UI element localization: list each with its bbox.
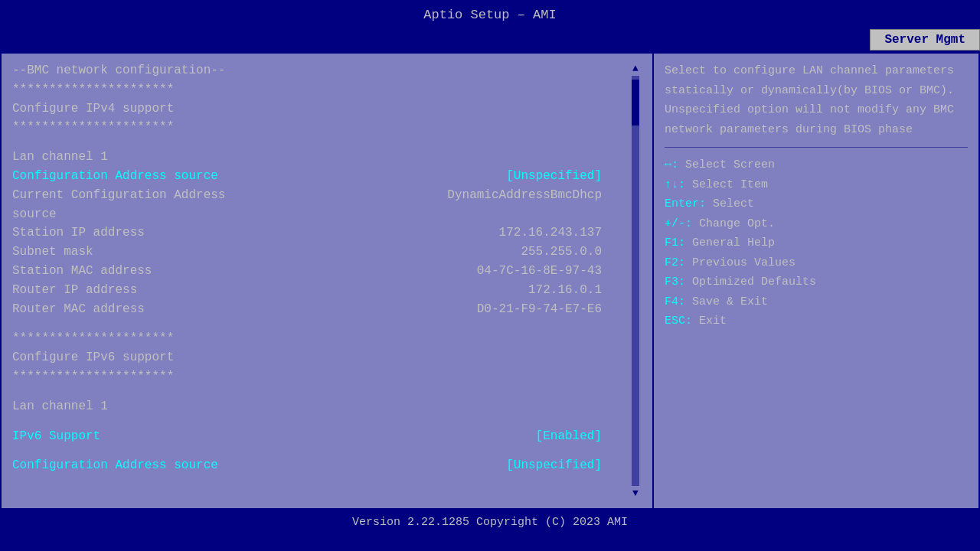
- key-select-item: ↑↓: Select Item: [665, 175, 968, 195]
- left-content-area: --BMC network configuration-- **********…: [12, 61, 629, 500]
- ipv6-support-value: [Enabled]: [536, 427, 602, 446]
- stars4: **********************: [12, 367, 617, 386]
- router-mac-value: D0-21-F9-74-E7-E6: [477, 300, 602, 319]
- server-mgmt-tab[interactable]: Server Mgmt: [870, 29, 980, 51]
- stars2: **********************: [12, 118, 617, 137]
- configure-ipv4: Configure IPv4 support: [12, 99, 617, 119]
- lan-channel-1: Lan channel 1: [12, 148, 617, 167]
- config-addr-source-value: [Unspecified]: [506, 167, 602, 186]
- lan-channel-1b: Lan channel 1: [12, 397, 617, 416]
- key-f2-label: F2:: [665, 256, 685, 269]
- config-addr-source2-value: [Unspecified]: [506, 456, 602, 475]
- configure-ipv6: Configure IPv6 support: [12, 348, 617, 367]
- key-esc-action: Exit: [699, 315, 727, 328]
- key-f4: F4: Save & Exit: [665, 292, 968, 312]
- key-f1: F1: General Help: [665, 233, 968, 253]
- station-ip-value: 172.16.243.137: [499, 223, 602, 243]
- key-f1-action: General Help: [692, 236, 775, 249]
- scroll-track[interactable]: [632, 76, 639, 486]
- title-text: Aptio Setup – AMI: [423, 8, 556, 22]
- title-bar: Aptio Setup – AMI: [0, 0, 980, 29]
- scrollbar[interactable]: ▲ ▼: [629, 61, 642, 500]
- key-lr-action: Select Screen: [685, 158, 775, 171]
- config-addr-source2-label: Configuration Address source: [12, 456, 218, 475]
- scroll-down-arrow[interactable]: ▼: [632, 487, 639, 499]
- left-panel: --BMC network configuration-- **********…: [2, 54, 652, 508]
- key-esc: ESC: Exit: [665, 311, 968, 331]
- key-plusminus-action: Change Opt.: [699, 217, 775, 230]
- router-ip-label: Router IP address: [12, 281, 137, 300]
- key-f4-label: F4:: [665, 295, 685, 308]
- right-description: Select to configure LAN channel paramete…: [665, 61, 968, 139]
- key-ud-action: Select Item: [692, 178, 768, 191]
- key-enter-label: Enter:: [665, 197, 706, 210]
- bmc-header: --BMC network configuration--: [12, 61, 617, 80]
- stars1: **********************: [12, 80, 617, 99]
- current-config-row: Current Configuration Address DynamicAdd…: [12, 186, 617, 205]
- current-config-label2: source: [12, 205, 57, 224]
- key-esc-label: ESC:: [665, 315, 692, 328]
- router-ip-value: 172.16.0.1: [528, 281, 602, 300]
- key-enter-action: Select: [713, 197, 754, 210]
- router-ip-row: Router IP address 172.16.0.1: [12, 281, 617, 300]
- tab-bar: Server Mgmt: [0, 29, 980, 52]
- key-lr-label: ↔:: [665, 158, 678, 171]
- key-enter: Enter: Select: [665, 194, 968, 214]
- key-bindings: ↔: Select Screen ↑↓: Select Item Enter: …: [665, 155, 968, 331]
- key-plusminus-label: +/-:: [665, 217, 692, 230]
- subnet-mask-row: Subnet mask 255.255.0.0: [12, 243, 617, 262]
- subnet-mask-label: Subnet mask: [12, 243, 93, 262]
- right-divider: [665, 147, 968, 148]
- main-container: --BMC network configuration-- **********…: [0, 52, 980, 510]
- station-mac-value: 04-7C-16-8E-97-43: [477, 262, 602, 281]
- station-mac-row: Station MAC address 04-7C-16-8E-97-43: [12, 262, 617, 281]
- key-f1-label: F1:: [665, 236, 685, 249]
- key-select-screen: ↔: Select Screen: [665, 155, 968, 175]
- right-panel: Select to configure LAN channel paramete…: [652, 54, 978, 508]
- config-addr-source-row[interactable]: Configuration Address source [Unspecifie…: [12, 167, 617, 186]
- key-f2-action: Previous Values: [692, 256, 795, 269]
- router-mac-row: Router MAC address D0-21-F9-74-E7-E6: [12, 300, 617, 319]
- station-mac-label: Station MAC address: [12, 262, 152, 281]
- key-ud-label: ↑↓:: [665, 178, 685, 191]
- footer: Version 2.22.1285 Copyright (C) 2023 AMI: [0, 510, 980, 534]
- key-f3-action: Optimized Defaults: [692, 276, 816, 289]
- stars3: **********************: [12, 329, 617, 348]
- footer-text: Version 2.22.1285 Copyright (C) 2023 AMI: [352, 516, 628, 529]
- key-f2: F2: Previous Values: [665, 253, 968, 273]
- subnet-mask-value: 255.255.0.0: [521, 243, 602, 262]
- scroll-thumb: [632, 80, 639, 126]
- station-ip-row: Station IP address 172.16.243.137: [12, 223, 617, 243]
- config-addr-source-label: Configuration Address source: [12, 167, 218, 186]
- key-f3-label: F3:: [665, 276, 685, 289]
- current-config-value: DynamicAddressBmcDhcp: [447, 186, 602, 205]
- current-config-row2: source: [12, 205, 617, 224]
- config-addr-source2-row[interactable]: Configuration Address source [Unspecifie…: [12, 456, 617, 475]
- ipv6-support-row[interactable]: IPv6 Support [Enabled]: [12, 427, 617, 446]
- station-ip-label: Station IP address: [12, 223, 145, 243]
- key-f3: F3: Optimized Defaults: [665, 272, 968, 292]
- scroll-up-arrow[interactable]: ▲: [632, 63, 639, 74]
- router-mac-label: Router MAC address: [12, 300, 145, 319]
- key-change-opt: +/-: Change Opt.: [665, 214, 968, 234]
- ipv6-support-label: IPv6 Support: [12, 427, 100, 446]
- key-f4-action: Save & Exit: [692, 295, 768, 308]
- current-config-label: Current Configuration Address: [12, 186, 225, 205]
